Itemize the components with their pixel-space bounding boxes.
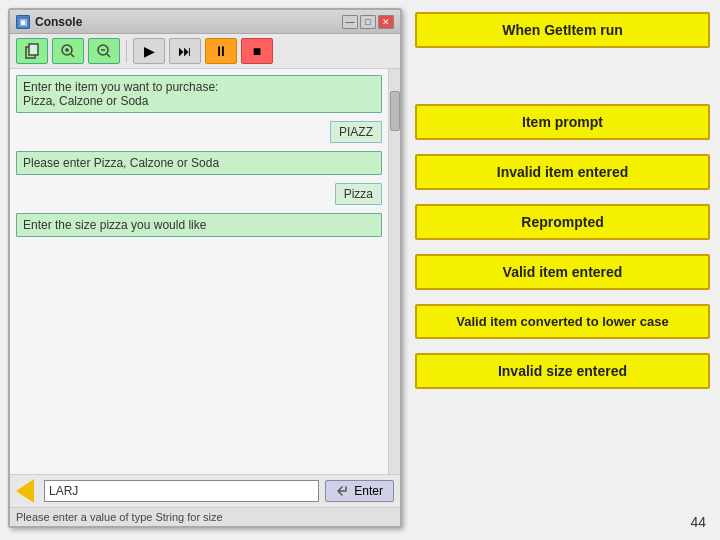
svg-line-5 — [71, 54, 74, 57]
svg-rect-1 — [29, 44, 38, 55]
status-bar: Please enter a value of type String for … — [10, 507, 400, 526]
copy-btn[interactable] — [16, 38, 48, 64]
annotation-when-getitem: When GetItem run — [415, 12, 710, 48]
console-input[interactable] — [44, 480, 319, 502]
maximize-btn[interactable]: □ — [360, 15, 376, 29]
close-btn[interactable]: ✕ — [378, 15, 394, 29]
console-content: Enter the item you want to purchase:Pizz… — [10, 69, 400, 474]
play-btn[interactable]: ▶ — [133, 38, 165, 64]
enter-label: Enter — [354, 484, 383, 498]
title-bar: ▣ Console — □ ✕ — [10, 10, 400, 34]
zoom-in-btn[interactable] — [52, 38, 84, 64]
output-block-2: PIAZZ — [16, 121, 382, 147]
size-prompt-output: Enter the size pizza you would like — [16, 213, 382, 237]
output-block-1: Enter the item you want to purchase:Pizz… — [16, 75, 382, 117]
input-arrow-icon — [16, 479, 34, 503]
window-controls: — □ ✕ — [342, 15, 394, 29]
console-window: ▣ Console — □ ✕ ▶ ⏭ ⏸ ■ — [8, 8, 402, 528]
toolbar: ▶ ⏭ ⏸ ■ — [10, 34, 400, 69]
scrollbar[interactable] — [388, 69, 400, 474]
input-row: Enter — [10, 475, 400, 507]
zoom-out-btn[interactable] — [88, 38, 120, 64]
scrollbar-thumb[interactable] — [390, 91, 400, 131]
console-bottom: Enter Please enter a value of type Strin… — [10, 474, 400, 526]
annotation-invalid-size: Invalid size entered — [415, 353, 710, 389]
annotation-reprompted: Reprompted — [415, 204, 710, 240]
annotation-valid-lower: Valid item converted to lower case — [415, 304, 710, 339]
annotation-item-prompt: Item prompt — [415, 104, 710, 140]
enter-icon — [336, 484, 350, 498]
annotation-invalid-item: Invalid item entered — [415, 154, 710, 190]
pizza-value: Pizza — [335, 183, 382, 205]
stop-btn[interactable]: ■ — [241, 38, 273, 64]
step-btn[interactable]: ⏭ — [169, 38, 201, 64]
console-panel: ▣ Console — □ ✕ ▶ ⏭ ⏸ ■ — [0, 0, 410, 540]
minimize-btn[interactable]: — — [342, 15, 358, 29]
console-icon: ▣ — [16, 15, 30, 29]
output-block-5: Enter the size pizza you would like — [16, 213, 382, 241]
enter-button[interactable]: Enter — [325, 480, 394, 502]
output-block-4: Pizza — [16, 183, 382, 209]
page-number: 44 — [690, 514, 706, 530]
pause-btn[interactable]: ⏸ — [205, 38, 237, 64]
console-title: Console — [35, 15, 342, 29]
annotation-valid-item: Valid item entered — [415, 254, 710, 290]
annotation-panel: When GetItem run Item prompt Invalid ite… — [410, 0, 720, 540]
console-output: Enter the item you want to purchase:Pizz… — [10, 69, 388, 474]
separator1 — [126, 40, 127, 62]
item-prompt-output: Enter the item you want to purchase:Pizz… — [16, 75, 382, 113]
piazz-value: PIAZZ — [330, 121, 382, 143]
reprompt-output: Please enter Pizza, Calzone or Soda — [16, 151, 382, 175]
svg-line-8 — [107, 54, 110, 57]
output-block-3: Please enter Pizza, Calzone or Soda — [16, 151, 382, 179]
status-text: Please enter a value of type String for … — [16, 511, 223, 523]
